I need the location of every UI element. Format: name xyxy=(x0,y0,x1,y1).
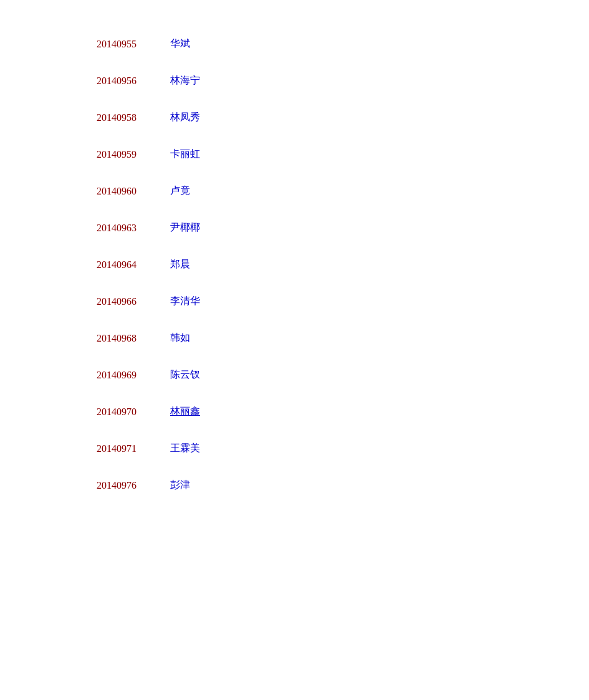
item-id: 20140958 xyxy=(97,112,159,123)
item-name: 李清华 xyxy=(170,295,200,308)
item-id: 20140964 xyxy=(97,259,159,271)
list-item: 20140960卢竟 xyxy=(97,185,589,198)
list-item: 20140956林海宁 xyxy=(97,74,589,87)
item-id: 20140956 xyxy=(97,75,159,87)
item-id: 20140968 xyxy=(97,333,159,344)
item-name: 林海宁 xyxy=(170,74,200,87)
item-name: 华斌 xyxy=(170,37,190,50)
item-name[interactable]: 林丽鑫 xyxy=(170,405,200,418)
item-id: 20140971 xyxy=(97,443,159,454)
list-item: 20140968韩如 xyxy=(97,332,589,345)
item-id: 20140970 xyxy=(97,406,159,418)
list-item: 20140959卡丽虹 xyxy=(97,148,589,161)
item-id: 20140955 xyxy=(97,39,159,50)
list-item: 20140964郑晨 xyxy=(97,258,589,271)
item-name: 卢竟 xyxy=(170,185,190,198)
item-id: 20140966 xyxy=(97,296,159,307)
item-name: 郑晨 xyxy=(170,258,190,271)
item-name: 韩如 xyxy=(170,332,190,345)
list-item: 20140966李清华 xyxy=(97,295,589,308)
list-item: 20140976彭津 xyxy=(97,479,589,492)
list-item: 20140970林丽鑫 xyxy=(97,405,589,418)
item-name: 林凤秀 xyxy=(170,111,200,124)
list-item: 20140963尹椰椰 xyxy=(97,221,589,234)
item-name: 陈云钗 xyxy=(170,368,200,381)
item-name: 卡丽虹 xyxy=(170,148,200,161)
item-id: 20140960 xyxy=(97,186,159,197)
item-name: 彭津 xyxy=(170,479,190,492)
list-item: 20140955华斌 xyxy=(97,37,589,50)
item-id: 20140976 xyxy=(97,480,159,491)
item-name: 王霖美 xyxy=(170,442,200,455)
list-item: 20140971王霖美 xyxy=(97,442,589,455)
item-id: 20140959 xyxy=(97,149,159,160)
list-item: 20140958林凤秀 xyxy=(97,111,589,124)
item-name: 尹椰椰 xyxy=(170,221,200,234)
list-item: 20140969陈云钗 xyxy=(97,368,589,381)
main-list: 20140955华斌20140956林海宁20140958林凤秀20140959… xyxy=(0,0,589,553)
item-id: 20140963 xyxy=(97,223,159,234)
item-id: 20140969 xyxy=(97,370,159,381)
